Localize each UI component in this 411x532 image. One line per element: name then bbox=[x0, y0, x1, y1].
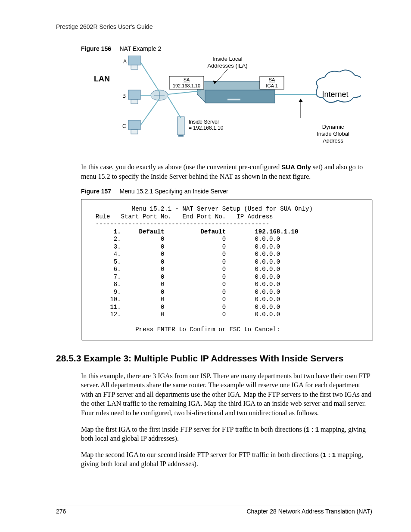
svg-text:SA: SA bbox=[269, 77, 275, 82]
page-footer: 276 Chapter 28 Network Address Translati… bbox=[56, 505, 372, 515]
figure156-label: Figure 156 bbox=[81, 45, 111, 52]
terminal-output: Menu 15.2.1 - NAT Server Setup (Used for… bbox=[81, 199, 372, 340]
diagram-svg: LAN A B C bbox=[85, 56, 361, 150]
nat-example-diagram: LAN A B C bbox=[85, 56, 361, 152]
iga-label-1: Dynamic bbox=[322, 124, 344, 130]
ila-label-1: Inside Local bbox=[212, 56, 242, 62]
svg-rect-0 bbox=[128, 56, 140, 65]
footer-page-number: 276 bbox=[56, 508, 66, 515]
paragraph-3: Map the first IGA to the first inside FT… bbox=[81, 425, 372, 443]
svg-text:A: A bbox=[123, 59, 127, 65]
paragraph-4: Map the second IGA to our second inside … bbox=[81, 450, 372, 469]
server-ip: = 192.168.1.10 bbox=[189, 125, 224, 131]
section-heading: 28.5.3 Example 3: Multiple Public IP Add… bbox=[56, 353, 372, 364]
svg-text:192.168.1.10: 192.168.1.10 bbox=[173, 83, 200, 88]
figure157-caption: Figure 157 Menu 15.2.1 Specifying an Ins… bbox=[81, 188, 372, 195]
paragraph-1: In this case, you do exactly as above (u… bbox=[81, 162, 372, 181]
svg-rect-4 bbox=[131, 100, 138, 104]
svg-text:C: C bbox=[122, 123, 126, 129]
svg-text:IGA 1: IGA 1 bbox=[266, 83, 278, 88]
svg-text:Internet: Internet bbox=[322, 90, 348, 99]
svg-rect-15 bbox=[177, 117, 184, 135]
lan-label: LAN bbox=[94, 75, 110, 83]
figure157-label: Figure 157 bbox=[81, 188, 111, 195]
svg-rect-20 bbox=[227, 99, 240, 100]
sa1-label: SA 192.168.1.10 bbox=[169, 76, 204, 89]
internet-cloud-icon: Internet bbox=[316, 70, 361, 103]
svg-marker-33 bbox=[299, 99, 303, 102]
svg-line-12 bbox=[140, 62, 159, 92]
paragraph-2: In this example, there are 3 IGAs from o… bbox=[81, 371, 372, 418]
host-a: A bbox=[123, 56, 140, 69]
figure156-title: NAT Example 2 bbox=[119, 45, 161, 52]
server-icon bbox=[177, 117, 184, 137]
header-left-text: Prestige 2602R Series User's Guide bbox=[56, 23, 153, 30]
svg-line-21 bbox=[168, 91, 201, 94]
ila-label-2: Addresses (ILA) bbox=[207, 62, 247, 69]
svg-line-14 bbox=[140, 99, 159, 125]
footer-chapter: Chapter 28 Network Address Translation (… bbox=[246, 508, 372, 515]
svg-rect-6 bbox=[128, 120, 140, 130]
svg-rect-7 bbox=[131, 130, 138, 134]
svg-line-17 bbox=[168, 97, 181, 118]
iga-label-3: Address bbox=[323, 137, 343, 144]
figure156-caption: Figure 156 NAT Example 2 bbox=[81, 45, 372, 52]
svg-rect-19 bbox=[205, 90, 275, 103]
server-label: Inside Server bbox=[189, 119, 219, 125]
svg-rect-1 bbox=[131, 65, 138, 69]
svg-text:SA: SA bbox=[184, 77, 190, 82]
iga-label-2: Inside Global bbox=[317, 131, 349, 137]
svg-rect-16 bbox=[178, 135, 184, 137]
svg-rect-3 bbox=[128, 90, 140, 100]
svg-text:B: B bbox=[122, 93, 126, 99]
figure157-title: Menu 15.2.1 Specifying an Inside Server bbox=[119, 188, 228, 195]
host-b: B bbox=[122, 90, 140, 104]
page-header: Prestige 2602R Series User's Guide bbox=[56, 23, 372, 33]
sa2-label: SA IGA 1 bbox=[260, 76, 284, 89]
host-c: C bbox=[122, 120, 140, 134]
